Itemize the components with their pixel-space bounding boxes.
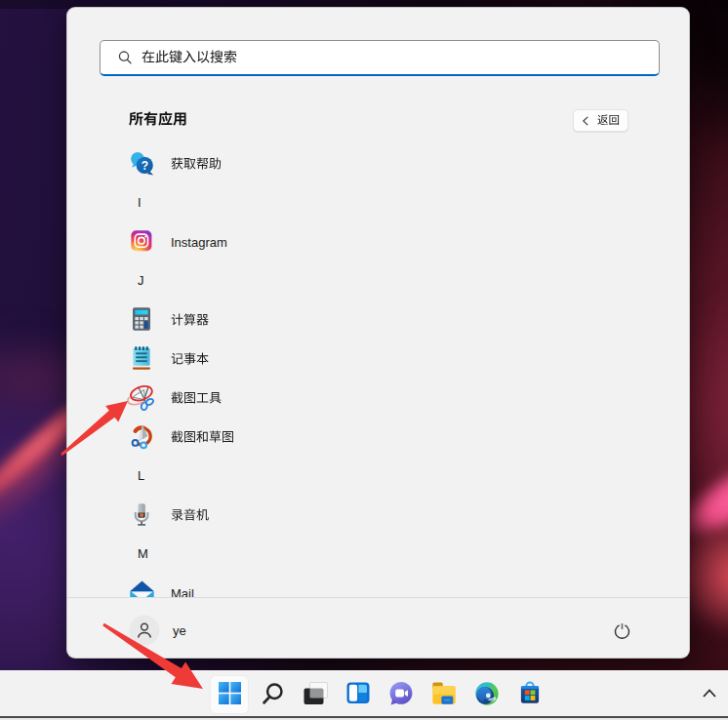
svg-text:?: ? <box>142 159 148 173</box>
